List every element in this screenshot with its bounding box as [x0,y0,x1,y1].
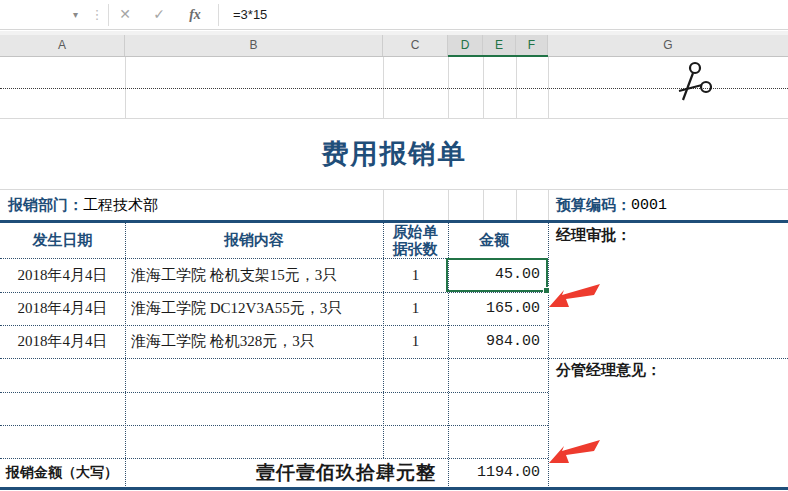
total-amount[interactable]: 1194.00 [448,458,540,488]
table-border [0,392,548,393]
red-arrow-annotation [549,282,603,308]
red-arrow-annotation [549,438,603,464]
header-cell-date[interactable]: 发生日期 [0,223,125,258]
spreadsheet-window: ▾ ⋮ ✕ ✓ fx =3*15 A B C D E F G [0,0,788,491]
cell-date-row1[interactable]: 2018年4月4日 [0,258,125,292]
table-border [125,223,126,488]
gridline [516,189,517,220]
scissors-icon [678,59,716,103]
formula-input[interactable]: =3*15 [233,0,267,29]
department-label: 报销部门： [8,190,83,221]
cell-content-row3[interactable]: 淮海工学院 枪机328元，3只 [131,325,381,358]
table-border [0,425,548,426]
column-header-f[interactable]: F [516,35,548,57]
department-cell[interactable]: 报销部门： 工程技术部 [8,190,158,221]
gridline [0,118,788,119]
department-value: 工程技术部 [83,190,158,221]
deputy-manager-label[interactable]: 分管经理意见： [556,360,661,380]
column-header-g[interactable]: G [548,35,788,57]
cell-count-row3[interactable]: 1 [383,325,448,358]
name-box[interactable]: ▾ [0,0,88,29]
confirm-button[interactable]: ✓ [144,0,174,29]
sheet-grid: 费用报销单 报销部门： 工程技术部 预算编码： 0001 发生日期 [0,57,788,491]
column-header-a[interactable]: A [0,35,125,57]
divider [108,4,109,26]
cell-date-row3[interactable]: 2018年4月4日 [0,325,125,358]
gridline [383,189,384,220]
total-in-words[interactable]: 壹仟壹佰玖拾肆元整 [125,458,436,488]
budget-code-value: 0001 [631,190,667,221]
form-title[interactable]: 费用报销单 [0,128,788,180]
gridline [483,189,484,220]
manager-approval-label[interactable]: 经理审批： [556,225,631,245]
page-break-dotted-line [0,88,788,89]
column-header-d[interactable]: D [448,35,483,57]
gridline [548,189,549,220]
budget-code-label: 预算编码： [556,190,631,221]
budget-code-cell[interactable]: 预算编码： 0001 [556,190,667,221]
cell-date-row2[interactable]: 2018年4月4日 [0,292,125,325]
divider [0,487,788,490]
cell-content-row1[interactable]: 淮海工学院 枪机支架15元，3只 [131,258,381,292]
cell-count-row1[interactable]: 1 [383,258,448,292]
cell-content-row2[interactable]: 淮海工学院 DC12V3A55元，3只 [131,292,381,325]
column-header-c[interactable]: C [383,35,448,57]
formula-bar-resize-dots-icon: ⋮ [90,3,104,27]
gridline [448,189,449,220]
cell-amount-row3[interactable]: 984.00 [448,325,540,358]
formula-bar: ▾ ⋮ ✕ ✓ fx =3*15 [0,0,788,30]
table-border [0,358,788,359]
header-cell-count[interactable]: 原始单据张数 [390,224,440,258]
header-cell-content[interactable]: 报销内容 [125,223,383,258]
column-header-b[interactable]: B [125,35,383,57]
cancel-button[interactable]: ✕ [110,0,140,29]
insert-function-button[interactable]: fx [180,0,210,29]
name-box-dropdown-icon[interactable]: ▾ [73,9,78,20]
selected-cell-outline[interactable] [446,258,548,292]
divider [218,4,219,26]
total-label[interactable]: 报销金额（大写） [6,458,118,488]
column-header-e[interactable]: E [483,35,516,57]
cell-amount-row2[interactable]: 165.00 [448,292,540,325]
cell-count-row2[interactable]: 1 [383,292,448,325]
header-cell-amount[interactable]: 金额 [448,223,540,258]
